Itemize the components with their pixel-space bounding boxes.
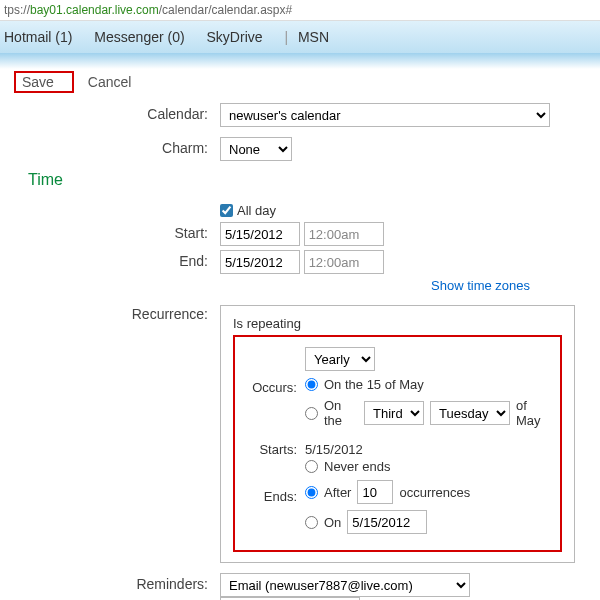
end-date-input[interactable] (220, 250, 300, 274)
toolbar: Save Cancel (0, 69, 600, 103)
label-starts: Starts: (245, 442, 305, 457)
section-time: Time (28, 171, 590, 189)
show-timezones-link[interactable]: Show time zones (431, 278, 530, 293)
occurs-nth-suffix: of May (516, 398, 550, 428)
charm-select[interactable]: None (220, 137, 292, 161)
on-date-prefix: On (324, 515, 341, 530)
on-date-input[interactable] (347, 510, 427, 534)
label-occurs: Occurs: (245, 380, 305, 395)
occurs-nth-prefix: On the (324, 398, 358, 428)
recurrence-box: Is repeating Occurs: Yearly (220, 305, 575, 563)
occurs-ordinal-select[interactable]: Third (364, 401, 424, 425)
starts-value: 5/15/2012 (305, 442, 550, 457)
allday-checkbox[interactable] (220, 204, 233, 217)
allday-label: All day (237, 203, 276, 218)
after-prefix: After (324, 485, 351, 500)
url-bar: tps://bay01.calendar.live.com/calendar/c… (0, 0, 600, 21)
gradient-strip (0, 53, 600, 69)
label-start: Start: (10, 222, 220, 241)
end-time-input (304, 250, 384, 274)
label-charm: Charm: (10, 137, 220, 156)
occurs-nth-radio[interactable] (305, 407, 318, 420)
top-nav: Hotmail (1) Messenger (0) SkyDrive | MSN (0, 21, 600, 53)
nav-msn[interactable]: MSN (298, 29, 329, 45)
calendar-select[interactable]: newuser's calendar (220, 103, 550, 127)
after-radio[interactable] (305, 486, 318, 499)
start-date-input[interactable] (220, 222, 300, 246)
occurs-select[interactable]: Yearly (305, 347, 375, 371)
nav-messenger[interactable]: Messenger (0) (94, 29, 184, 45)
never-ends-label: Never ends (324, 459, 390, 474)
nav-skydrive[interactable]: SkyDrive (207, 29, 263, 45)
nav-divider: | (284, 29, 288, 45)
label-end: End: (10, 250, 220, 269)
on-date-radio[interactable] (305, 516, 318, 529)
label-recurrence: Recurrence: (10, 303, 220, 322)
after-suffix: occurrences (399, 485, 470, 500)
occurs-fixed-label: On the 15 of May (324, 377, 424, 392)
save-highlight: Save (14, 71, 74, 93)
recurrence-highlight: Occurs: Yearly On the 15 of May (233, 335, 562, 552)
save-button[interactable]: Save (22, 74, 54, 90)
occurs-fixed-radio[interactable] (305, 378, 318, 391)
label-reminders: Reminders: (10, 573, 220, 592)
label-ends: Ends: (245, 489, 305, 504)
never-ends-radio[interactable] (305, 460, 318, 473)
occurs-day-select[interactable]: Tuesday (430, 401, 510, 425)
reminder1-method-select[interactable]: Email (newuser7887@live.com) (220, 573, 470, 597)
start-time-input (304, 222, 384, 246)
after-count-input[interactable] (357, 480, 393, 504)
is-repeating-label: Is repeating (233, 316, 562, 331)
cancel-button[interactable]: Cancel (88, 74, 132, 90)
label-calendar: Calendar: (10, 103, 220, 122)
nav-hotmail[interactable]: Hotmail (1) (4, 29, 72, 45)
